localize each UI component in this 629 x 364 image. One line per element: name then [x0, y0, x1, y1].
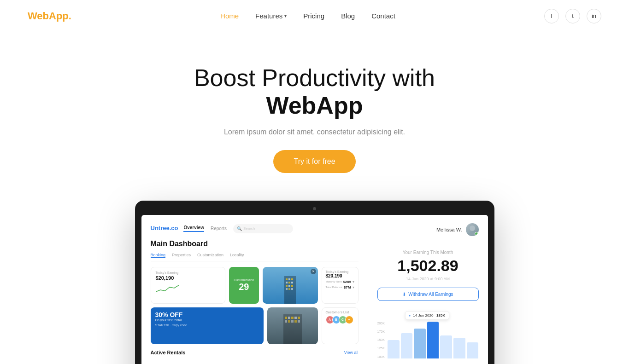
bar-5	[440, 335, 452, 358]
nav-item-blog[interactable]: Blog	[341, 12, 355, 20]
svg-rect-4	[286, 282, 288, 283]
laptop-outer: Untree.co Overview Reports 🔍 Search Main…	[135, 201, 494, 364]
earning-section: Your Earning This Month 1,502.89 14 Jun …	[377, 250, 479, 281]
card-customization: Customization 29	[229, 267, 259, 304]
nav-item-features[interactable]: Features ▾	[255, 12, 287, 20]
search-icon: 🔍	[237, 226, 242, 231]
svg-rect-17	[294, 317, 297, 319]
brand-name: WebApp	[28, 10, 69, 22]
twitter-icon[interactable]: t	[565, 9, 580, 23]
cta-button[interactable]: Try it for free	[273, 150, 355, 173]
trend-chart-icon	[156, 283, 179, 293]
svg-rect-16	[291, 317, 294, 319]
y-axis-labels: 200K 175K 150K 125K 100K	[377, 322, 385, 358]
view-all-link[interactable]: View all	[344, 350, 359, 355]
earning-date: 14 Jun 2020 at 9:00 AM	[377, 277, 479, 281]
dashboard-brand: Untree.co	[151, 225, 178, 231]
card-today-earning: Today's Earning $20,190	[151, 267, 226, 304]
svg-rect-9	[291, 285, 293, 287]
dashboard-title: Main Dashboard	[151, 240, 359, 248]
svg-rect-14	[285, 317, 287, 319]
hero-title: Boost Productivity with WebApp	[153, 64, 476, 120]
svg-rect-5	[288, 282, 290, 283]
svg-point-24	[470, 225, 475, 231]
dashboard-right-panel: Mellissa W. Your Earning This Month 1,50…	[368, 215, 488, 364]
svg-rect-23	[298, 320, 300, 323]
nav-link-contact[interactable]: Contact	[371, 12, 395, 20]
nav-link-blog[interactable]: Blog	[341, 12, 355, 20]
svg-rect-22	[294, 320, 297, 323]
card-earnings-detail: Today's Earning $20,190 Monthly Rent $20…	[322, 267, 359, 304]
avatar-more: +	[345, 316, 353, 324]
cards-row-2: 30% OFF On your first rental START30 · C…	[151, 307, 359, 344]
dashboard-tab-booking[interactable]: Booking	[151, 253, 166, 258]
bar-6	[453, 338, 465, 358]
hero-section: Boost Productivity with WebApp Lorem ips…	[0, 32, 629, 191]
social-links: f t in	[544, 9, 601, 23]
mockup-wrapper: Untree.co Overview Reports 🔍 Search Main…	[0, 191, 629, 364]
laptop-screen: Untree.co Overview Reports 🔍 Search Main…	[141, 215, 488, 364]
download-icon: ⬇	[402, 292, 406, 297]
dashboard-nav-tabs: Overview Reports 🔍 Search	[183, 224, 293, 233]
bar-1	[388, 340, 400, 358]
bar-3	[414, 329, 426, 358]
earning-label: Your Earning This Month	[377, 250, 479, 255]
navbar: WebApp. Home Features ▾ Pricing Blog Con…	[0, 0, 629, 32]
card-right-label: Today's Earning	[326, 270, 354, 273]
card-earning-label: Today's Earning	[156, 271, 221, 274]
chevron-down-icon: ▾	[284, 13, 287, 18]
linkedin-icon[interactable]: in	[587, 9, 601, 23]
nav-item-contact[interactable]: Contact	[371, 12, 395, 20]
brand-logo[interactable]: WebApp.	[28, 10, 71, 22]
bars-area	[388, 322, 479, 358]
building2-icon	[279, 312, 306, 344]
dashboard-tab-locality[interactable]: Locality	[230, 253, 244, 258]
hero-title-prefix: Boost Productivity with	[194, 64, 435, 91]
svg-rect-1	[286, 278, 288, 280]
tab-overview[interactable]: Overview	[183, 225, 204, 232]
bar-chart: 200K 175K 150K 125K 100K	[377, 322, 479, 358]
promo-off-label: 30% OFF	[155, 311, 259, 318]
user-avatar	[466, 223, 479, 236]
dashboard-tab-customization[interactable]: Customization	[197, 253, 223, 258]
dashboard-tabs: Booking Properties Customization Localit…	[151, 253, 359, 261]
dashboard-left-panel: Untree.co Overview Reports 🔍 Search Main…	[141, 215, 368, 364]
nav-links: Home Features ▾ Pricing Blog Contact	[220, 12, 395, 20]
nav-item-pricing[interactable]: Pricing	[303, 12, 324, 20]
building-icon	[277, 272, 303, 304]
svg-rect-3	[291, 278, 293, 280]
svg-rect-18	[298, 317, 300, 319]
card-customization-value: 29	[239, 282, 249, 292]
earning-value: 1,502.89	[377, 257, 479, 275]
nav-link-pricing[interactable]: Pricing	[303, 12, 324, 20]
svg-rect-15	[288, 317, 290, 319]
svg-rect-12	[291, 288, 293, 290]
avatar-row: A B C +	[326, 316, 354, 324]
dashboard-tab-properties[interactable]: Properties	[172, 253, 191, 258]
svg-rect-6	[291, 282, 293, 283]
withdraw-button[interactable]: ⬇ Withdraw All Earnings	[377, 288, 479, 301]
nav-link-home[interactable]: Home	[220, 12, 239, 20]
svg-rect-19	[285, 320, 287, 323]
facebook-icon[interactable]: f	[544, 9, 559, 23]
card-close-icon[interactable]: ✕	[311, 269, 316, 274]
withdraw-label: Withdraw All Earnings	[408, 292, 453, 297]
card-customers: Customers List A B C +	[322, 307, 359, 344]
search-bar[interactable]: 🔍 Search	[233, 224, 293, 233]
hero-subtitle: Lorem ipsum dolor sit amet, consectetur …	[224, 128, 405, 136]
nav-link-features[interactable]: Features ▾	[255, 12, 287, 20]
laptop-mockup: Untree.co Overview Reports 🔍 Search Main…	[135, 201, 494, 364]
chart-section: 14 Jun 2020 185K 200K 175K 150K 125K 100…	[377, 310, 479, 358]
user-info-row: Mellissa W.	[377, 223, 479, 236]
svg-rect-11	[288, 288, 290, 290]
active-rentals-label: Active Rentals	[151, 350, 186, 355]
brand-dot: .	[69, 10, 71, 22]
hero-title-bold: WebApp	[266, 92, 363, 119]
svg-rect-7	[286, 285, 288, 287]
card-earning-value: $20,190	[156, 275, 221, 281]
promo-sub-label: On your first rental	[155, 318, 259, 322]
promo-code-label: START30 · Copy code	[155, 324, 259, 327]
tab-reports[interactable]: Reports	[211, 226, 227, 231]
bar-2	[401, 333, 413, 358]
nav-item-home[interactable]: Home	[220, 12, 239, 20]
